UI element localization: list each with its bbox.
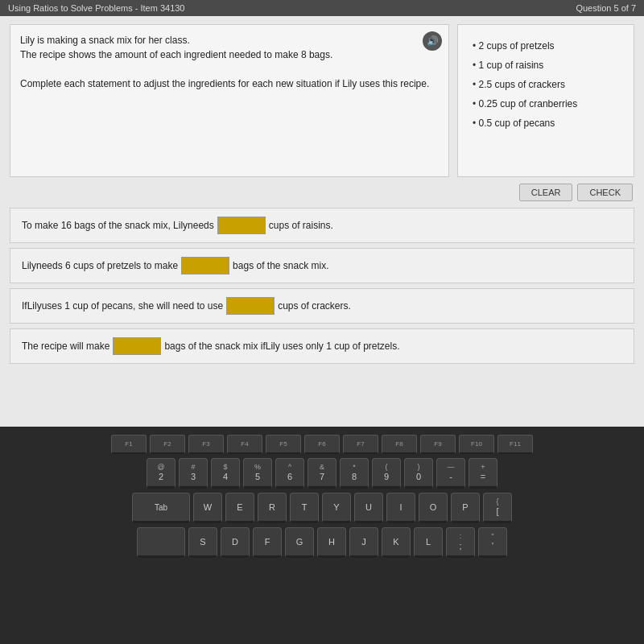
top-section: 🔊 Lily is making a snack mix for her cla… bbox=[10, 24, 634, 177]
key-w[interactable]: W bbox=[193, 493, 222, 523]
key-2[interactable]: @2 bbox=[147, 458, 175, 489]
question-after-text: cups of raisins. bbox=[269, 220, 333, 231]
fn-key[interactable]: F7 bbox=[343, 435, 378, 454]
key-l[interactable]: L bbox=[414, 527, 443, 558]
key-h[interactable]: H bbox=[317, 527, 346, 558]
question-before-text: The recipe will make bbox=[22, 341, 109, 352]
fn-key[interactable]: F1 bbox=[111, 435, 147, 454]
answer-input-box[interactable] bbox=[226, 297, 275, 315]
key-6[interactable]: ^6 bbox=[275, 458, 304, 489]
key-quote[interactable]: "' bbox=[478, 527, 507, 558]
title-bar: Using Ratios to Solve Problems - Item 34… bbox=[0, 0, 644, 16]
question-row: Lilyneeds 6 cups of pretzels to make bag… bbox=[10, 248, 634, 283]
key-e[interactable]: E bbox=[225, 493, 254, 523]
key-s[interactable]: S bbox=[188, 527, 217, 558]
fn-key[interactable]: F3 bbox=[188, 435, 224, 454]
ingredient-item: 0.5 cup of pecans bbox=[473, 114, 619, 133]
ingredient-item: 2.5 cups of crackers bbox=[473, 75, 619, 94]
key-4[interactable]: $4 bbox=[211, 458, 240, 489]
question-after-text: cups of crackers. bbox=[278, 300, 351, 312]
key-k[interactable]: K bbox=[382, 527, 411, 558]
key-i[interactable]: I bbox=[386, 493, 415, 523]
fn-key[interactable]: F10 bbox=[459, 435, 494, 454]
right-panel: 2 cups of pretzels1 cup of raisins2.5 cu… bbox=[457, 24, 634, 177]
left-panel-line3: Complete each statement to adjust the in… bbox=[20, 76, 439, 91]
fn-key[interactable]: F9 bbox=[420, 435, 456, 454]
asdf-row: S D F G H J K L :; "' bbox=[16, 527, 628, 558]
title-left: Using Ratios to Solve Problems - Item 34… bbox=[8, 3, 185, 13]
question-after-text: bags of the snack mix ifLily uses only 1… bbox=[164, 341, 399, 352]
check-button[interactable]: CHECK bbox=[577, 184, 633, 201]
fn-key[interactable]: F2 bbox=[150, 435, 185, 454]
answer-input-box[interactable] bbox=[217, 217, 266, 234]
ingredient-list: 2 cups of pretzels1 cup of raisins2.5 cu… bbox=[473, 36, 619, 133]
ingredient-item: 0.25 cup of cranberries bbox=[473, 94, 619, 114]
buttons-area: CLEAR CHECK bbox=[10, 184, 634, 201]
key-t[interactable]: T bbox=[290, 493, 319, 523]
screen: Using Ratios to Solve Problems - Item 34… bbox=[0, 0, 644, 427]
clear-button[interactable]: CLEAR bbox=[519, 184, 573, 201]
key-o[interactable]: O bbox=[419, 493, 448, 523]
speaker-button[interactable]: 🔊 bbox=[423, 31, 442, 51]
question-row: IfLilyuses 1 cup of pecans, she will nee… bbox=[10, 288, 634, 324]
qwerty-row: Tab W E R T Y U I O P {[ bbox=[16, 493, 628, 523]
left-panel: 🔊 Lily is making a snack mix for her cla… bbox=[10, 24, 449, 177]
fn-key[interactable]: F6 bbox=[304, 435, 340, 454]
key-8[interactable]: *8 bbox=[340, 458, 369, 489]
key-p[interactable]: P bbox=[451, 493, 480, 523]
left-panel-line2: The recipe shows the amount of each ingr… bbox=[20, 47, 439, 62]
key-r[interactable]: R bbox=[258, 493, 287, 523]
key-lbracket[interactable]: {[ bbox=[483, 493, 512, 523]
key-capslock[interactable] bbox=[137, 527, 185, 558]
content-area: 🔊 Lily is making a snack mix for her cla… bbox=[0, 16, 644, 377]
question-before-text: To make 16 bags of the snack mix, Lilyne… bbox=[22, 220, 214, 231]
keyboard-area: F1 F2 F3 F4 F5 F6 F7 F8 F9 F10 F11 @2 #3… bbox=[0, 427, 644, 644]
key-equals[interactable]: += bbox=[469, 458, 497, 489]
fn-key[interactable]: F4 bbox=[227, 435, 262, 454]
title-right: Question 5 of 7 bbox=[576, 3, 636, 13]
key-9[interactable]: (9 bbox=[372, 458, 401, 489]
key-minus[interactable]: —- bbox=[436, 458, 465, 489]
key-d[interactable]: D bbox=[221, 527, 250, 558]
key-j[interactable]: J bbox=[349, 527, 378, 558]
question-after-text: bags of the snack mix. bbox=[233, 260, 328, 271]
questions-container: To make 16 bags of the snack mix, Lilyne… bbox=[10, 208, 634, 364]
key-f[interactable]: F bbox=[253, 527, 282, 558]
number-row: @2 #3 $4 %5 ^6 &7 *8 (9 )0 —- += bbox=[16, 458, 628, 489]
ingredient-item: 2 cups of pretzels bbox=[473, 36, 619, 56]
fn-key[interactable]: F11 bbox=[497, 435, 533, 454]
key-7[interactable]: &7 bbox=[308, 458, 336, 489]
answer-input-box[interactable] bbox=[181, 257, 229, 275]
key-0[interactable]: )0 bbox=[404, 458, 433, 489]
left-panel-line1: Lily is making a snack mix for her class… bbox=[20, 33, 439, 47]
question-before-text: Lilyneeds 6 cups of pretzels to make bbox=[22, 260, 178, 271]
fn-key[interactable]: F5 bbox=[266, 435, 301, 454]
ingredient-item: 1 cup of raisins bbox=[473, 56, 619, 75]
key-tab[interactable]: Tab bbox=[132, 493, 190, 523]
key-g[interactable]: G bbox=[285, 527, 314, 558]
fn-key[interactable]: F8 bbox=[382, 435, 417, 454]
key-u[interactable]: U bbox=[354, 493, 383, 523]
key-y[interactable]: Y bbox=[322, 493, 351, 523]
question-before-text: IfLilyuses 1 cup of pecans, she will nee… bbox=[22, 300, 223, 312]
question-row: The recipe will make bags of the snack m… bbox=[10, 328, 634, 364]
question-row: To make 16 bags of the snack mix, Lilyne… bbox=[10, 208, 634, 243]
key-3[interactable]: #3 bbox=[179, 458, 208, 489]
answer-input-box[interactable] bbox=[113, 337, 161, 355]
fn-row: F1 F2 F3 F4 F5 F6 F7 F8 F9 F10 F11 bbox=[16, 435, 628, 454]
key-semicolon[interactable]: :; bbox=[446, 527, 475, 558]
key-5[interactable]: %5 bbox=[243, 458, 272, 489]
